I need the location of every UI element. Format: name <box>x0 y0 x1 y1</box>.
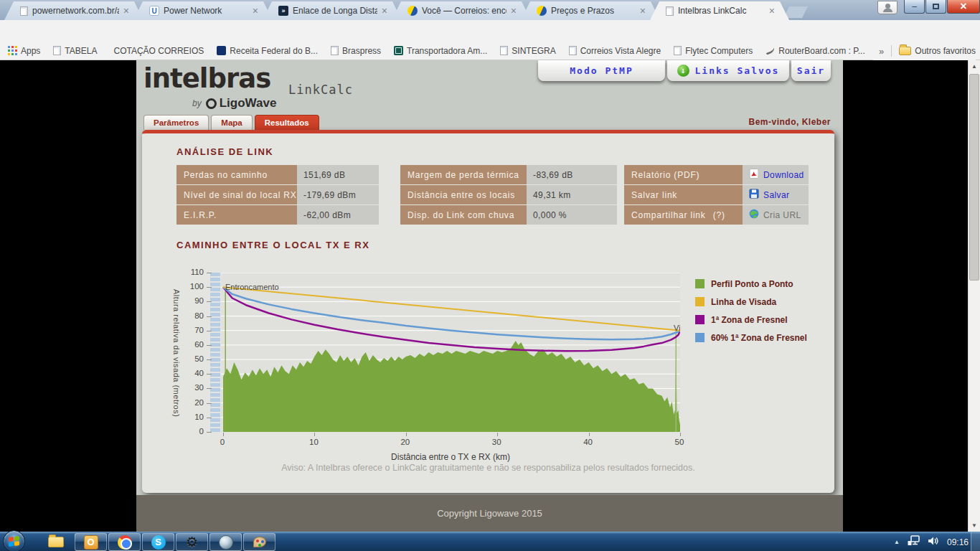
maximize-button[interactable] <box>925 0 946 14</box>
legend-swatch <box>695 297 705 306</box>
action-cria-url[interactable]: Cria URL <box>763 210 801 220</box>
bookmark-item[interactable]: RouterBoard.com : P... <box>765 46 865 56</box>
bookmark-item[interactable]: TABELA <box>53 46 97 56</box>
y-tick-mark <box>207 432 212 433</box>
action-salvar[interactable]: Salvar <box>763 190 789 200</box>
path-profile-chart: EntroncamentoVi <box>221 273 680 432</box>
volume-icon[interactable] <box>928 536 939 549</box>
bookmark-item[interactable]: Correios Vista Alegre <box>569 46 661 56</box>
y-tick-mark <box>207 418 212 418</box>
help-icon[interactable]: (?) <box>713 210 725 220</box>
tab-close-icon[interactable]: × <box>123 6 129 15</box>
legend-label: Linha de Visada <box>711 297 776 307</box>
site-tab-mapa[interactable]: Mapa <box>211 115 252 130</box>
y-tick-mark <box>207 301 212 302</box>
taskbar-clock[interactable]: 09:16 <box>947 537 969 547</box>
hidden-icons-button[interactable]: ▲ <box>894 539 900 545</box>
bookmark-item[interactable]: Braspress <box>331 46 381 56</box>
bookmark-label: RouterBoard.com : P... <box>778 46 865 56</box>
tab-close-icon[interactable]: × <box>253 6 258 15</box>
site-tab-parâmetros[interactable]: Parâmetros <box>143 115 209 130</box>
other-bookmarks-button[interactable]: Outros favoritos <box>899 46 976 56</box>
start-button[interactable] <box>3 530 25 551</box>
row-label: Relatório (PDF) <box>624 165 743 184</box>
taskbar-app-gear[interactable]: ⚙ <box>176 533 208 551</box>
bookmark-label: Braspress <box>342 46 381 56</box>
window-controls: – × <box>877 0 980 14</box>
minimize-button[interactable]: – <box>904 0 925 14</box>
apps-grid-icon <box>8 46 10 48</box>
transportadora-icon <box>394 46 403 55</box>
close-icon: × <box>960 0 966 13</box>
row-value: 151,69 dB <box>297 165 379 184</box>
windows-flag-icon <box>9 536 19 547</box>
taskbar-app-earth[interactable] <box>209 533 242 551</box>
action-download[interactable]: Download <box>763 170 804 180</box>
tab-close-icon[interactable]: × <box>382 6 387 15</box>
bookmark-label: SINTEGRA <box>512 46 555 56</box>
browser-tab[interactable]: Preços e Prazos× <box>521 1 660 20</box>
scrollbar-thumb[interactable] <box>969 74 979 281</box>
table-row: Compartilhar link(?)Cria URL <box>624 205 809 225</box>
page-icon <box>331 46 339 55</box>
bookmark-item[interactable]: COTAÇÃO CORREIOS <box>110 46 204 56</box>
windows-taskbar: OS⚙ ▲ 09:16 <box>0 532 980 551</box>
show-desktop-button[interactable] <box>971 532 980 551</box>
tab-close-icon[interactable]: × <box>769 6 775 15</box>
taskbar-app-chrome[interactable] <box>108 533 141 551</box>
link-analysis-table-2: Margem de perda térmica-83,69 dBDistânci… <box>400 165 617 225</box>
row-value: 0,000 % <box>527 205 617 225</box>
correios-icon <box>407 6 418 16</box>
page-scrollbar[interactable]: ▲ ▼ <box>968 60 980 532</box>
y-tick-label: 60 <box>185 340 204 349</box>
bookmark-item[interactable]: SINTEGRA <box>500 46 555 56</box>
chart-legend: Perfil Ponto a PontoLinha de Visada1ª Zo… <box>695 275 807 347</box>
row-label: Margem de perda térmica <box>400 165 527 184</box>
network-icon[interactable] <box>908 535 920 549</box>
value-text: -83,69 dB <box>533 170 573 180</box>
legend-swatch <box>695 333 705 342</box>
taskbar-explorer-button[interactable] <box>40 532 72 551</box>
page-icon <box>20 6 28 16</box>
bookmarks-overflow-button[interactable]: » <box>879 46 884 57</box>
bookmark-item[interactable]: Flytec Computers <box>674 46 753 56</box>
bookmark-item[interactable]: Transportadora Am... <box>394 46 487 56</box>
results-panel: ANÁLISE DE LINK Perdas no caminho151,69 … <box>142 130 834 493</box>
row-value: -62,00 dBm <box>297 205 379 225</box>
taskbar-app-paint[interactable] <box>243 533 275 551</box>
apps-label: Apps <box>21 46 40 56</box>
header-button-modo-ptmp[interactable]: Modo PtMP <box>538 60 665 81</box>
profile-button[interactable] <box>877 1 897 14</box>
browser-tab[interactable]: powernetwork.com.br/adr× <box>4 1 143 20</box>
bookmark-label: TABELA <box>65 46 97 56</box>
taskbar-app-outlook[interactable]: O <box>75 533 107 551</box>
paint-icon <box>253 537 266 547</box>
header-button-sair[interactable]: Sair <box>791 60 831 81</box>
y-tick-label: 100 <box>185 282 204 291</box>
scroll-up-button[interactable]: ▲ <box>969 60 980 72</box>
bookmarks-bar: Apps TABELACOTAÇÃO CORREIOSReceita Feder… <box>0 42 980 60</box>
tab-close-icon[interactable]: × <box>511 6 517 15</box>
site-tab-resultados[interactable]: Resultados <box>255 115 319 130</box>
value-text: 151,69 dB <box>303 170 345 180</box>
taskbar-app-skype[interactable]: S <box>142 533 174 551</box>
apps-shortcut[interactable]: Apps <box>7 46 40 56</box>
row-value: 49,31 km <box>527 185 617 204</box>
outlook-icon: O <box>84 535 98 550</box>
header-button-links-salvos[interactable]: ↓Links Salvos <box>667 60 789 81</box>
browser-tab[interactable]: Você — Correios: encome× <box>392 1 531 20</box>
browser-tab[interactable]: Intelbras LinkCalc× <box>650 1 789 20</box>
close-window-button[interactable]: × <box>947 0 980 14</box>
y-tick-label: 90 <box>185 296 204 305</box>
scroll-down-button[interactable]: ▼ <box>969 519 980 532</box>
chart-x-axis-title: Distância entre o TX e RX (km) <box>221 452 680 462</box>
y-tick-label: 80 <box>185 311 204 320</box>
x-tick-mark <box>406 433 407 436</box>
y-tick-mark <box>207 316 212 317</box>
browser-tab[interactable]: UPower Network× <box>133 1 273 20</box>
copyright-text: Copyright Ligowave 2015 <box>437 508 542 519</box>
tab-close-icon[interactable]: × <box>640 6 646 15</box>
bookmark-item[interactable]: Receita Federal do B... <box>217 46 318 56</box>
browser-tab[interactable]: »Enlace de Longa Distancia× <box>263 1 402 20</box>
page-icon <box>674 46 682 55</box>
